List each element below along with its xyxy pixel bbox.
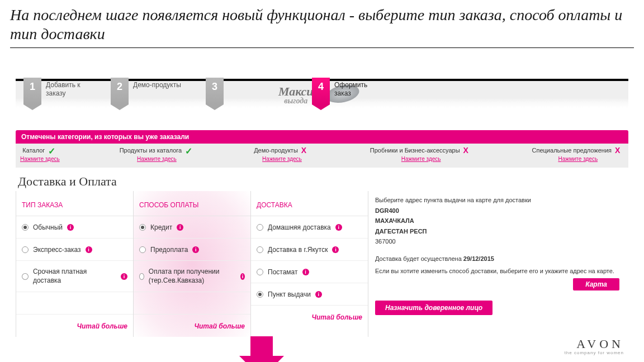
category-samples: Пробники и Бизнес-аксессуары Нажмите зде… xyxy=(370,146,472,162)
step-number-badge: 4 xyxy=(312,78,330,104)
info-intro: Выберите адрес пункта выдачи на карте дл… xyxy=(375,196,622,205)
info-icon[interactable]: i xyxy=(335,224,342,231)
payment-option[interactable]: Кредитi xyxy=(134,216,250,239)
order-type-option[interactable]: Срочная платная доставкаi xyxy=(16,261,133,292)
step-number-badge: 1 xyxy=(23,78,41,104)
category-link[interactable]: Нажмите здесь xyxy=(401,156,441,162)
category-bar-header: Отмечены категории, из которых вы уже за… xyxy=(16,130,628,144)
cross-icon xyxy=(615,146,624,155)
column-header: СПОСОБ ОПЛАТЫ xyxy=(134,191,250,216)
info-icon[interactable]: i xyxy=(332,246,339,253)
step-label: Демо-продукты xyxy=(133,78,181,89)
payment-option[interactable]: Предоплатаi xyxy=(134,239,250,261)
read-more-link[interactable]: Читай больше xyxy=(77,322,127,330)
step-2[interactable]: 2 Демо-продукты xyxy=(111,78,181,104)
read-more-link[interactable]: Читай больше xyxy=(311,313,362,321)
map-button[interactable]: Карта xyxy=(573,278,619,290)
payment-column: СПОСОБ ОПЛАТЫ Кредитi Предоплатаi Оплата… xyxy=(133,191,250,337)
category-link[interactable]: Нажмите здесь xyxy=(20,156,60,162)
read-more-link[interactable]: Читай больше xyxy=(194,322,245,330)
delivery-option[interactable]: Постаматi xyxy=(251,261,368,283)
radio-icon xyxy=(257,291,263,298)
location-region: ДАГЕСТАН РЕСП xyxy=(375,227,622,236)
step-number-badge: 2 xyxy=(111,78,129,104)
delivery-option[interactable]: Домашняя доставкаi xyxy=(251,216,368,239)
order-type-option[interactable]: Обычныйi xyxy=(16,216,133,239)
step-bar: 1 Добавить к заказу 2 Демо-продукты 3 Ма… xyxy=(16,79,628,108)
check-icon xyxy=(185,146,194,155)
payment-option[interactable]: Оплата при получении (тер.Сев.Кавказа)i xyxy=(134,261,250,292)
highlight-arrow-icon xyxy=(239,336,284,362)
order-type-option[interactable]: Экспресс-заказi xyxy=(16,239,133,261)
step-1[interactable]: 1 Добавить к заказу xyxy=(23,78,80,104)
location-city: МАХАЧКАЛА xyxy=(375,216,622,226)
delivery-info-panel: Выберите адрес пункта выдачи на карте дл… xyxy=(368,191,628,337)
category-offers: Специальные предложения Нажмите здесь xyxy=(532,146,624,162)
radio-icon xyxy=(257,246,263,253)
radio-icon xyxy=(257,269,263,275)
column-header: ДОСТАВКА xyxy=(251,191,368,216)
radio-icon xyxy=(22,273,29,280)
info-icon[interactable]: i xyxy=(302,269,309,275)
step-4[interactable]: 4 Оформить заказ xyxy=(312,78,367,104)
radio-icon xyxy=(22,246,29,253)
info-icon[interactable]: i xyxy=(315,291,322,298)
category-link[interactable]: Нажмите здесь xyxy=(262,156,302,162)
cross-icon xyxy=(463,146,472,155)
delivery-date: Доставка будет осуществлена 29/12/2015 xyxy=(375,254,622,264)
step-label: Добавить к заказу xyxy=(46,78,80,97)
step-number-badge: 3 xyxy=(206,78,224,104)
radio-icon xyxy=(257,224,263,231)
slide-title: На последнем шаге появляется новый функц… xyxy=(10,6,634,48)
info-icon[interactable]: i xyxy=(67,224,74,231)
category-products: Продукты из каталога Нажмите здесь xyxy=(120,146,195,162)
promo-text: Макси выгода xyxy=(278,84,314,106)
delivery-option[interactable]: Доставка в г.Якутскi xyxy=(251,239,368,261)
section-title: Доставка и Оплата xyxy=(18,174,628,189)
order-type-column: ТИП ЗАКАЗА Обычныйi Экспресс-заказi Сроч… xyxy=(16,191,133,337)
category-catalog: Каталог Нажмите здесь xyxy=(20,146,60,162)
brand-logo: AVON the company for women xyxy=(565,337,624,355)
radio-icon xyxy=(139,273,144,280)
info-icon[interactable]: i xyxy=(177,224,183,231)
delivery-option[interactable]: Пункт выдачиi xyxy=(251,283,368,306)
category-link[interactable]: Нажмите здесь xyxy=(137,156,177,162)
info-icon[interactable]: i xyxy=(192,246,199,253)
radio-icon xyxy=(139,246,146,253)
radio-icon xyxy=(139,224,146,231)
radio-icon xyxy=(22,224,29,231)
info-icon[interactable]: i xyxy=(86,246,92,253)
delivery-hint: Если вы хотите изменить способ доставки,… xyxy=(375,266,622,276)
cross-icon xyxy=(301,146,310,155)
category-link[interactable]: Нажмите здесь xyxy=(558,156,598,162)
location-code: DGR400 xyxy=(375,206,622,216)
info-icon[interactable]: i xyxy=(240,273,245,280)
assign-trusted-button[interactable]: Назначить доверенное лицо xyxy=(375,301,493,315)
location-zip: 367000 xyxy=(375,237,622,246)
delivery-column: ДОСТАВКА Домашняя доставкаi Доставка в г… xyxy=(250,191,368,337)
step-3[interactable]: 3 xyxy=(206,78,224,104)
column-header: ТИП ЗАКАЗА xyxy=(16,191,133,216)
info-icon[interactable]: i xyxy=(121,273,127,280)
check-icon xyxy=(48,146,57,155)
category-demo: Демо-продукты Нажмите здесь xyxy=(254,146,310,162)
step-label: Оформить заказ xyxy=(334,78,367,97)
